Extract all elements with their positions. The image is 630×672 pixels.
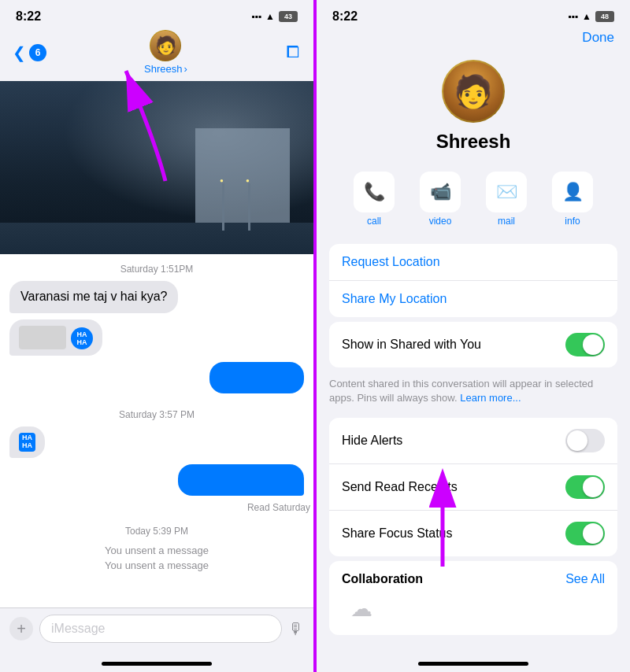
haha-badge: HAHA: [71, 327, 93, 349]
right-wifi-icon: ▲: [582, 11, 591, 22]
signal-icon: ▪▪▪: [251, 11, 261, 22]
chevron-icon: ›: [184, 63, 187, 75]
streetlights: [222, 183, 250, 231]
avatar: 🧑: [150, 30, 181, 61]
sticker-image: [19, 326, 66, 349]
cloud-icon: ☁: [342, 593, 381, 624]
collab-header-row: Collaboration See All: [329, 561, 617, 593]
message-row-sticker-2: HAHA: [9, 426, 304, 458]
right-time: 8:22: [332, 9, 358, 24]
see-all-button[interactable]: See All: [565, 572, 605, 586]
collab-content: ☁: [329, 593, 617, 635]
learn-more-link[interactable]: Learn more...: [460, 392, 521, 404]
collab-card: Collaboration See All ☁: [329, 561, 617, 635]
back-button[interactable]: ❮ 6: [13, 43, 46, 62]
mail-button[interactable]: ✉️ mail: [478, 172, 535, 227]
request-location-label: Request Location: [342, 255, 440, 269]
right-signal-icon: ▪▪▪: [568, 11, 578, 22]
share-focus-label: Share Focus Status: [342, 526, 453, 541]
left-time: 8:22: [16, 9, 41, 24]
streetlight-2: [248, 183, 250, 231]
request-location-row[interactable]: Request Location: [329, 244, 617, 281]
wifi-icon: ▲: [265, 11, 275, 22]
add-button[interactable]: +: [9, 617, 33, 641]
right-status-bar: 8:22 ▪▪▪ ▲ 48: [317, 0, 630, 27]
right-status-icons: ▪▪▪ ▲ 48: [568, 11, 614, 22]
hide-alerts-toggle[interactable]: [565, 429, 605, 452]
info-label: info: [565, 216, 580, 227]
right-panel: 8:22 ▪▪▪ ▲ 48 Done 🧑 Shreesh 📞 call 📹 vi…: [315, 0, 630, 672]
call-button[interactable]: 📞 call: [346, 172, 402, 227]
right-battery-indicator: 48: [595, 11, 614, 22]
hide-alerts-row: Hide Alerts: [329, 418, 617, 464]
chat-area: Saturday 1:51PM Varanasi me taj v hai ky…: [0, 81, 313, 607]
message-input-bar: + iMessage 🎙: [0, 607, 313, 659]
collab-title: Collaboration: [342, 572, 423, 586]
shared-with-you-row: Show in Shared with You: [329, 322, 617, 367]
contact-detail-area: 🧑 Shreesh 📞 call 📹 video ✉️ mail 👤 info: [317, 52, 630, 659]
outgoing-bubble-empty: [209, 362, 304, 393]
location-card: Request Location Share My Location: [329, 244, 617, 317]
message-list: Varanasi me taj v hai kya? HAHA: [0, 281, 313, 393]
read-receipt: Read Saturday: [0, 502, 313, 513]
share-focus-toggle[interactable]: [565, 522, 605, 545]
timestamp-1: Saturday 1:51PM: [0, 254, 313, 281]
back-chevron-icon: ❮: [13, 43, 26, 62]
left-nav-bar: ❮ 6 🧑 Shreesh › ⧠: [0, 27, 313, 81]
call-icon: 📞: [354, 172, 395, 212]
ground-path: [0, 223, 313, 254]
info-button[interactable]: 👤 info: [544, 172, 601, 227]
contact-full-name: Shreesh: [436, 131, 511, 153]
done-btn-row: Done: [317, 27, 630, 52]
incoming-bubble-1: Varanasi me taj v hai kya?: [9, 281, 178, 313]
video-call-button[interactable]: ⧠: [285, 43, 301, 61]
contact-name-text: Shreesh: [144, 63, 182, 75]
shared-with-you-toggle[interactable]: [565, 333, 605, 356]
contact-name-small: Shreesh ›: [144, 63, 187, 75]
message-row-incoming-1: Varanasi me taj v hai kya?: [9, 281, 304, 313]
outgoing-long-bubble: [178, 464, 304, 496]
home-bar-right: [418, 662, 528, 666]
message-row-outgoing-1: [9, 362, 304, 393]
action-buttons-row: 📞 call 📹 video ✉️ mail 👤 info: [317, 165, 630, 239]
send-read-receipts-toggle[interactable]: [565, 475, 605, 499]
sticker-bubble-2: HAHA: [9, 426, 45, 458]
timestamp-3: Today 5:39 PM: [0, 516, 313, 543]
contact-header[interactable]: 🧑 Shreesh ›: [144, 30, 187, 75]
info-person-icon: 👤: [552, 172, 593, 212]
video-label: video: [429, 216, 452, 227]
avatar-emoji: 🧑: [155, 35, 176, 56]
left-panel: 8:22 ▪▪▪ ▲ 43 ❮ 6 🧑 Shreesh › ⧠: [0, 0, 315, 672]
send-read-receipts-label: Send Read Receipts: [342, 480, 458, 494]
message-row-outgoing-long: [9, 464, 304, 496]
shared-toggle-card: Show in Shared with You: [329, 322, 617, 367]
shared-description: Content shared in this conversation will…: [317, 372, 630, 413]
video-icon: 📹: [420, 172, 461, 212]
send-read-receipts-row: Send Read Receipts: [329, 464, 617, 511]
home-bar-left: [102, 662, 212, 666]
share-location-label: Share My Location: [342, 292, 447, 306]
left-status-bar: 8:22 ▪▪▪ ▲ 43: [0, 0, 313, 27]
mail-icon: ✉️: [486, 172, 527, 212]
unsent-1: You unsent a message: [0, 543, 313, 558]
battery-indicator: 43: [279, 11, 298, 22]
contact-detail-header: 🧑 Shreesh: [317, 52, 630, 165]
unsent-2: You unsent a message: [0, 558, 313, 573]
message-list-2: HAHA: [0, 426, 313, 496]
message-input[interactable]: iMessage: [39, 615, 282, 643]
streetlight-1: [222, 183, 224, 231]
share-location-row[interactable]: Share My Location: [329, 281, 617, 317]
message-row-sticker: HAHA: [9, 319, 304, 356]
timestamp-2: Saturday 3:57 PM: [0, 400, 313, 426]
haha-badge-2: HAHA: [19, 433, 35, 452]
avatar-large-inner: 🧑: [443, 61, 503, 121]
mic-icon[interactable]: 🎙: [288, 620, 304, 638]
video-button[interactable]: 📹 video: [412, 172, 469, 227]
shared-with-you-label: Show in Shared with You: [342, 338, 481, 352]
share-focus-row: Share Focus Status: [329, 511, 617, 556]
avatar-face: 🧑: [150, 31, 180, 61]
left-status-icons: ▪▪▪ ▲ 43: [251, 11, 298, 22]
chat-photo: [0, 81, 313, 254]
done-button[interactable]: Done: [582, 30, 614, 46]
back-count-badge: 6: [29, 44, 46, 61]
